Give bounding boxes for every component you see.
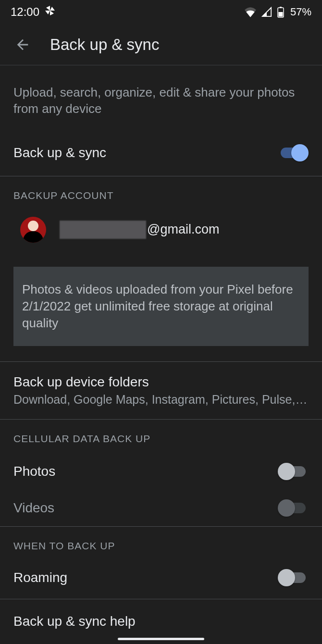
backup-sync-toggle-row[interactable]: Back up & sync (0, 136, 322, 176)
device-folders-row[interactable]: Back up device folders Download, Google … (0, 362, 322, 419)
avatar (20, 217, 46, 243)
backup-account-row[interactable]: @gmail.com (0, 210, 322, 264)
svg-rect-1 (280, 7, 282, 8)
when-section-label: WHEN TO BACK UP (0, 527, 322, 560)
backup-account-section-label: BACKUP ACCOUNT (0, 176, 322, 210)
backup-sync-label: Back up & sync (13, 145, 106, 161)
roaming-label: Roaming (13, 570, 67, 585)
battery-percentage: 57% (290, 6, 311, 18)
status-time: 12:00 (11, 5, 39, 19)
status-bar: 12:00 57% (0, 0, 322, 24)
back-arrow-icon[interactable] (14, 37, 31, 53)
email-suffix: @gmail.com (147, 222, 219, 237)
svg-rect-2 (278, 12, 283, 17)
cellular-photos-row[interactable]: Photos (0, 453, 322, 490)
backup-sync-switch[interactable] (278, 144, 309, 161)
device-folders-subtitle: Download, Google Maps, Instagram, Pictur… (13, 393, 309, 407)
storage-info-card: Photos & videos uploaded from your Pixel… (13, 267, 309, 346)
app-header: Back up & sync (0, 24, 322, 65)
cellular-photos-switch[interactable] (278, 463, 309, 480)
signal-icon (261, 7, 272, 17)
cellular-videos-row[interactable]: Videos (0, 490, 322, 526)
page-title: Back up & sync (50, 36, 159, 54)
nav-indicator[interactable] (118, 638, 204, 640)
cellular-section-label: CELLULAR DATA BACK UP (0, 420, 322, 453)
roaming-switch[interactable] (278, 569, 309, 586)
pinwheel-icon (44, 5, 56, 19)
account-email: @gmail.com (60, 221, 219, 239)
battery-icon (277, 6, 285, 18)
device-folders-title: Back up device folders (13, 374, 309, 390)
wifi-icon (244, 7, 257, 17)
intro-description: Upload, search, organize, edit & share y… (0, 65, 322, 136)
cellular-photos-label: Photos (13, 464, 55, 479)
cellular-videos-label: Videos (13, 500, 54, 516)
cellular-videos-switch[interactable] (278, 499, 309, 517)
roaming-row[interactable]: Roaming (0, 560, 322, 599)
email-redacted (60, 221, 146, 239)
